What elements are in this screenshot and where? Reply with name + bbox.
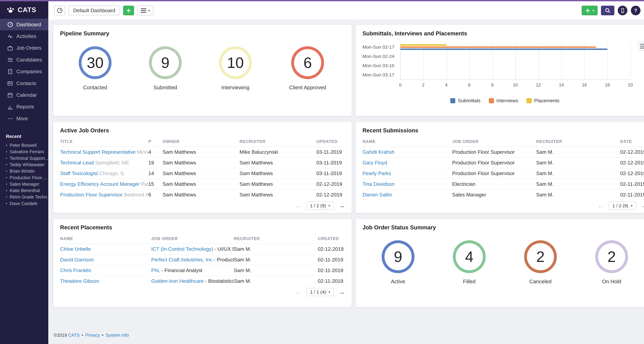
submittals-chart-card: Submittals, Interviews and Placements Mo… [355,24,644,116]
chart-bar-group [400,52,630,61]
footer: ©2019CATS•Privacy•System Info [54,333,644,342]
created-cell: 02-12-2019 [318,244,345,254]
sidebar-item-more[interactable]: More [0,113,48,124]
dashboard-gauge-button[interactable] [54,6,65,15]
contact-card-icon [7,80,13,86]
pagination-page-select[interactable]: 1 / 2 (9) ▾ [306,202,334,210]
bullet-dot [6,203,7,204]
footer-link-cats[interactable]: CATS [68,333,80,338]
table-row: Gahdli Krahsh Production Floor Superviso… [362,147,644,157]
pagination-prev-button[interactable]: ← [295,289,302,295]
recent-item[interactable]: Dave Candels [6,200,48,207]
recent-item[interactable]: Katie Berenthal [6,187,48,194]
card-title: Submittals, Interviews and Placements [362,30,644,37]
pagination-prev-button[interactable]: ← [598,202,604,209]
position-text: - Biostatistician (Re [204,278,234,284]
table-row: Staff Toxicologist Chicago, IL 14 Sam Ma… [60,168,345,179]
default-dashboard-button[interactable]: Default Dashboard [68,6,120,15]
recruiter-cell: Sam M. [536,179,620,189]
recruiter-cell: Sam M. [234,254,318,265]
sidebar-item-reports[interactable]: Reports [0,101,48,113]
footer-link-system-info[interactable]: System Info [106,333,129,338]
app-logo[interactable]: CATS [0,1,48,19]
column-header: DATE [620,137,644,147]
stat-filled: 4 Filled [453,240,486,285]
job-order-link[interactable]: Technical Lead [60,160,94,166]
bar-chart-icon [7,104,13,110]
created-cell: 02-11-2019 [318,254,345,265]
candidate-link[interactable]: Darren Saltin [362,192,392,197]
footer-link-privacy[interactable]: Privacy [86,333,100,338]
date-cell: 02-12-2019 [620,147,644,157]
recent-placements-table: NAME JOB ORDER RECRUITER CREATED Chloe U… [60,234,345,286]
sidebar-item-companies[interactable]: Companies [0,66,48,77]
sidebar-item-contacts[interactable]: Contacts [0,77,48,89]
company-link[interactable]: Golden-Iron Healthcare [151,278,204,284]
stat-ring: 9 [382,240,414,273]
dashboard-options-button[interactable]: ▾ [138,6,154,15]
job-location: Bedmont Park, C [124,192,148,197]
recent-item[interactable]: Salvatore Ferraro [6,149,48,155]
candidate-link[interactable]: Chloe Urbelle [60,246,91,252]
candidate-link[interactable]: Chris Franklin [60,268,91,273]
position-text: - Production Wo [212,257,234,262]
sidebar-item-calendar[interactable]: Calendar [0,89,48,101]
search-button[interactable] [601,6,614,15]
help-button[interactable]: ? [631,6,640,15]
candidate-link[interactable]: Gary Floyd [362,160,387,166]
topbar-left-group: Default Dashboard ▾ [54,6,154,15]
pagination-page-select[interactable]: 1 / 1 (4) ▾ [306,288,334,296]
date-cell: 02-11-2019 [620,179,644,189]
recent-item[interactable]: Production Floor ... [6,174,48,181]
legend-item-interviews[interactable]: Interviews [489,98,518,103]
stat-submitted: 9 Submitted [149,46,182,91]
stat-label: Client Approved [289,85,326,91]
phone-button[interactable] [618,6,628,15]
sidebar-item-job-orders[interactable]: Job Orders [0,42,48,54]
pipeline-count: 19 [148,157,163,168]
candidate-link[interactable]: David Garrison [60,257,94,262]
table-row: Chloe Urbelle ICT (In-Control Technology… [60,244,345,254]
legend-item-submittals[interactable]: Submittals [450,98,480,103]
candidate-link[interactable]: Tina Davidson [362,181,394,187]
legend-item-placements[interactable]: Placements [526,98,560,103]
company-link[interactable]: ICT (In-Control Technology) [151,246,213,252]
separator: • [82,333,83,338]
candidate-link[interactable]: Gahdli Krahsh [362,149,394,155]
chart-bar-submittals [400,48,608,50]
recent-item[interactable]: Brian Wristin [6,168,48,174]
job-order-link[interactable]: Technical Support Representative [60,149,136,155]
pagination-prev-button[interactable]: ← [295,202,302,209]
pagination-page-select[interactable]: 1 / 2 (9) ▾ [609,202,636,210]
dashboard-grid: Pipeline Summary 30 Contacted 9 Submitte… [53,24,644,308]
table-row: Production Floor Supervisor Bedmont Park… [60,189,345,200]
quick-add-button[interactable]: ▾ [582,6,598,15]
column-header: TITLE [60,137,148,147]
content-column: Default Dashboard ▾ ▾ [48,1,644,344]
candidate-link[interactable]: Theadore Gibson [60,278,99,284]
company-link[interactable]: Perfect Craft Industries, Inc [151,257,212,262]
add-dashboard-panel-button[interactable] [123,6,134,15]
recent-item[interactable]: Retro Grade Techn... [6,194,48,200]
recent-placements-card: Recent Placements NAME JOB ORDER RECRUIT… [53,218,352,308]
sidebar-item-dashboard[interactable]: Dashboard [0,19,48,30]
recent-item[interactable]: Sales Manager [6,181,48,187]
job-order-link[interactable]: Staff Toxicologist [60,171,98,176]
job-order-link[interactable]: Energy Efficiency Account Manager [60,181,140,187]
recent-item[interactable]: Teddy Whitewater [6,162,48,168]
job-order-link[interactable]: Production Floor Supervisor [60,192,123,197]
recent-item[interactable]: Peter Boswell [6,142,48,149]
pipeline-count: 14 [148,168,163,179]
pagination-next-button[interactable]: → [641,202,644,209]
recent-item[interactable]: Technical Support... [6,155,48,162]
sidebar-item-candidates[interactable]: Candidates [0,54,48,66]
pagination-next-button[interactable]: → [338,289,345,295]
sidebar-item-label: Activities [16,33,36,39]
chart-gridline [630,42,631,79]
pagination-label: 1 / 1 (4) [310,289,326,295]
pagination-next-button[interactable]: → [338,202,345,209]
company-link[interactable]: PhL [151,268,160,273]
sidebar-item-activities[interactable]: Activities [0,30,48,42]
updated-cell: 03-11-2019 [316,157,345,168]
candidate-link[interactable]: Pearly Parks [362,171,391,176]
